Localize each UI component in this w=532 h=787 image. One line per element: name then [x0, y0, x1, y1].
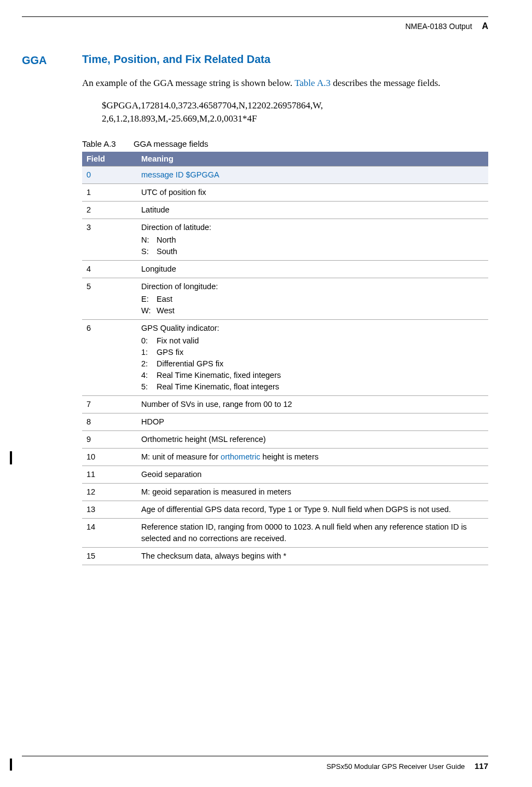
meaning-sublist: 0:Fix not valid1:GPS fix2:Differential G…	[141, 335, 484, 393]
cell-meaning: GPS Quality indicator:0:Fix not valid1:G…	[137, 320, 488, 396]
running-header: NMEA-0183 Output A	[22, 21, 488, 31]
meaning-text: Latitude	[141, 204, 484, 216]
header-rule	[22, 16, 488, 17]
meaning-text: height is meters	[261, 452, 319, 461]
meaning-text: Age of differential GPS data record, Typ…	[141, 504, 484, 515]
change-bar-icon	[10, 759, 12, 771]
sublist-item: 5:Real Time Kinematic, float integers	[141, 381, 484, 393]
table-row: 2Latitude	[82, 201, 488, 219]
sublist-item: 4:Real Time Kinematic, fixed integers	[141, 370, 484, 381]
meaning-text: Longitude	[141, 263, 484, 275]
sublist-item: W:West	[141, 305, 484, 317]
meaning-text: The checksum data, always begins with *	[141, 550, 484, 562]
table-row: 14Reference station ID, ranging from 000…	[82, 519, 488, 548]
meaning-text: M: unit of measure for	[141, 452, 221, 461]
table-row: 4Longitude	[82, 261, 488, 278]
table-row: 6GPS Quality indicator:0:Fix not valid1:…	[82, 320, 488, 396]
section-title: Time, Position, and Fix Related Data	[82, 53, 270, 67]
change-bar-icon	[10, 451, 12, 464]
meaning-text: message ID $GPGGA	[141, 169, 484, 181]
table-row: 15The checksum data, always begins with …	[82, 548, 488, 565]
cell-field: 10	[82, 449, 137, 466]
intro-text-pre: An example of the GGA message string is …	[82, 78, 294, 88]
sublist-key: E:	[141, 294, 157, 305]
cell-meaning: HDOP	[137, 413, 488, 431]
table-row: 1UTC of position fix	[82, 183, 488, 201]
gga-fields-table: Field Meaning 0message ID $GPGGA1UTC of …	[82, 152, 488, 565]
cell-field: 2	[82, 201, 137, 219]
table-ref-link[interactable]: Table A.3	[294, 78, 331, 88]
table-row: 3Direction of latitude:N:NorthS:South	[82, 219, 488, 260]
sublist-item: 1:GPS fix	[141, 347, 484, 358]
cell-meaning: M: geoid separation is measured in meter…	[137, 484, 488, 501]
meaning-text: Reference station ID, ranging from 0000 …	[141, 521, 484, 544]
intro-text-post: describes the message fields.	[331, 78, 441, 88]
sublist-key: 5:	[141, 381, 157, 393]
cell-meaning: Age of differential GPS data record, Typ…	[137, 501, 488, 519]
sublist-value: East	[157, 294, 172, 305]
cell-field: 15	[82, 548, 137, 565]
meaning-text: M: geoid separation is measured in meter…	[141, 486, 484, 498]
sublist-key: S:	[141, 246, 157, 257]
glossary-link[interactable]: orthometric	[221, 452, 261, 461]
table-row: 13Age of differential GPS data record, T…	[82, 501, 488, 519]
header-section-label: NMEA-0183 Output	[405, 22, 472, 31]
sublist-value: North	[157, 234, 176, 246]
sublist-value: West	[157, 305, 175, 317]
cell-field: 12	[82, 484, 137, 501]
cell-meaning: Latitude	[137, 201, 488, 219]
sublist-key: N:	[141, 234, 157, 246]
sublist-value: GPS fix	[157, 347, 183, 358]
meaning-text: Direction of longitude:	[141, 281, 484, 292]
cell-meaning: Number of SVs in use, range from 00 to 1…	[137, 396, 488, 413]
sublist-key: 0:	[141, 335, 157, 347]
intro-paragraph: An example of the GGA message string is …	[82, 77, 488, 90]
table-row: 11Geoid separation	[82, 466, 488, 484]
table-caption-label: Table A.3	[82, 139, 116, 148]
col-header-meaning: Meaning	[137, 152, 488, 166]
cell-meaning: The checksum data, always begins with *	[137, 548, 488, 565]
meaning-text: Geoid separation	[141, 469, 484, 480]
col-header-field: Field	[82, 152, 137, 166]
sublist-value: Fix not valid	[157, 335, 199, 347]
sublist-item: S:South	[141, 246, 484, 257]
meaning-text: GPS Quality indicator:	[141, 323, 484, 334]
header-section-letter: A	[482, 21, 488, 31]
cell-field: 9	[82, 431, 137, 449]
sublist-value: South	[157, 246, 177, 257]
table-row: 12M: geoid separation is measured in met…	[82, 484, 488, 501]
sublist-key: 4:	[141, 370, 157, 381]
meaning-text: Orthometric height (MSL reference)	[141, 434, 484, 445]
cell-field: 3	[82, 219, 137, 260]
cell-meaning: Orthometric height (MSL reference)	[137, 431, 488, 449]
cell-field: 14	[82, 519, 137, 548]
example-line-1: $GPGGA,172814.0,3723.46587704,N,12202.26…	[102, 99, 488, 113]
sublist-item: 2:Differential GPS fix	[141, 358, 484, 370]
sublist-key: 1:	[141, 347, 157, 358]
sublist-key: 2:	[141, 358, 157, 370]
sublist-item: E:East	[141, 294, 484, 305]
meaning-text: Direction of latitude:	[141, 222, 484, 233]
cell-field: 0	[82, 166, 137, 183]
cell-field: 11	[82, 466, 137, 484]
cell-field: 7	[82, 396, 137, 413]
table-header-row: Field Meaning	[82, 152, 488, 166]
cell-field: 1	[82, 183, 137, 201]
cell-field: 8	[82, 413, 137, 431]
sublist-item: 0:Fix not valid	[141, 335, 484, 347]
table-row: 9Orthometric height (MSL reference)	[82, 431, 488, 449]
cell-field: 5	[82, 278, 137, 320]
cell-meaning: UTC of position fix	[137, 183, 488, 201]
cell-meaning: Reference station ID, ranging from 0000 …	[137, 519, 488, 548]
footer-rule	[22, 756, 488, 756]
page-number: 117	[475, 761, 488, 771]
cell-meaning: M: unit of measure for orthometric heigh…	[137, 449, 488, 466]
meaning-sublist: N:NorthS:South	[141, 234, 484, 257]
table-row: 0message ID $GPGGA	[82, 166, 488, 183]
table-row: 7Number of SVs in use, range from 00 to …	[82, 396, 488, 413]
section-tag: GGA	[22, 53, 82, 67]
sublist-value: Real Time Kinematic, float integers	[157, 381, 279, 393]
cell-meaning: Direction of latitude:N:NorthS:South	[137, 219, 488, 260]
meaning-sublist: E:EastW:West	[141, 294, 484, 317]
table-row: 8HDOP	[82, 413, 488, 431]
